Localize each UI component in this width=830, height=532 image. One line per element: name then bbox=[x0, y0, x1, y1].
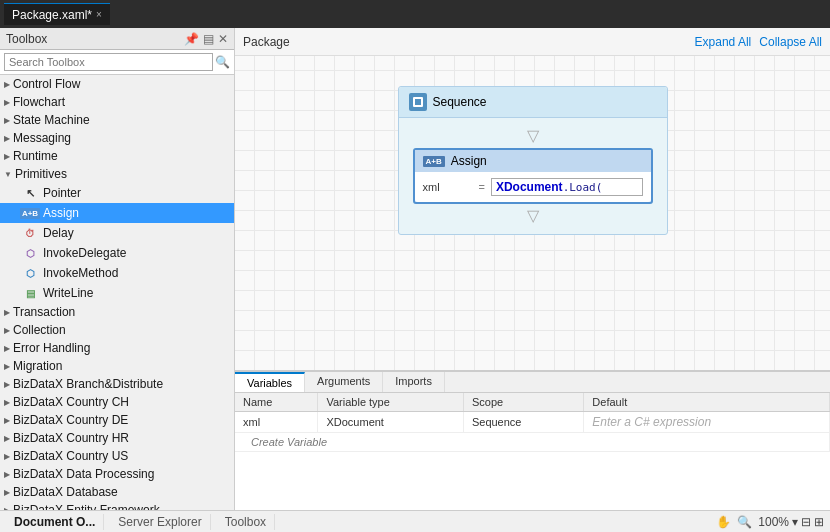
section-primitives-header[interactable]: ▼ Primitives bbox=[0, 165, 234, 183]
canvas-actions: Expand All Collapse All bbox=[695, 35, 822, 49]
item-invoke-delegate-label: InvokeDelegate bbox=[43, 246, 126, 260]
search-bottom-icon[interactable]: 🔍 bbox=[737, 515, 752, 529]
search-input[interactable] bbox=[4, 53, 213, 71]
pointer-icon: ↖ bbox=[22, 185, 38, 201]
tab-imports[interactable]: Imports bbox=[383, 372, 445, 392]
tab-close-icon[interactable]: × bbox=[96, 9, 102, 20]
col-default: Default bbox=[584, 393, 830, 412]
section-transaction: ▶ Transaction bbox=[0, 303, 234, 321]
section-bizdatax-ef: ▶ BizDataX Entity Framework bbox=[0, 501, 234, 510]
zoom-in-icon[interactable]: ⊞ bbox=[814, 515, 824, 529]
sequence-header: Sequence bbox=[399, 87, 667, 118]
chevron-right-icon: ▶ bbox=[4, 488, 10, 497]
toolbox-item-invoke-method[interactable]: ⬡ InvokeMethod bbox=[0, 263, 234, 283]
clock-icon: ⏱ bbox=[22, 225, 38, 241]
toolbox-item-assign[interactable]: A+B Assign bbox=[0, 203, 234, 223]
toolbox-item-delay[interactable]: ⏱ Delay bbox=[0, 223, 234, 243]
table-row: xml XDocument Sequence Enter a C# expres… bbox=[235, 412, 830, 433]
section-transaction-header[interactable]: ▶ Transaction bbox=[0, 303, 234, 321]
section-messaging-label: Messaging bbox=[13, 131, 71, 145]
section-state-machine-header[interactable]: ▶ State Machine bbox=[0, 111, 234, 129]
toolbox-icons: 📌 ▤ ✕ bbox=[184, 32, 228, 46]
section-runtime: ▶ Runtime bbox=[0, 147, 234, 165]
variables-data-table: Name Variable type Scope Default xml XDo… bbox=[235, 393, 830, 452]
section-error-handling-header[interactable]: ▶ Error Handling bbox=[0, 339, 234, 357]
section-bizdatax-db-header[interactable]: ▶ BizDataX Database bbox=[0, 483, 234, 501]
canvas-content[interactable]: Sequence ▽ A+B Assign xml = bbox=[235, 56, 830, 370]
bottom-tab-toolbox[interactable]: Toolbox bbox=[217, 514, 275, 530]
chevron-right-icon: ▶ bbox=[4, 470, 10, 479]
pin-icon[interactable]: 📌 bbox=[184, 32, 199, 46]
sequence-icon bbox=[409, 93, 427, 111]
bottom-tab-server[interactable]: Server Explorer bbox=[110, 514, 210, 530]
tab-arguments[interactable]: Arguments bbox=[305, 372, 383, 392]
assign-block[interactable]: A+B Assign xml = XDocument.Load( bbox=[413, 148, 653, 204]
section-migration-header[interactable]: ▶ Migration bbox=[0, 357, 234, 375]
assign-title: Assign bbox=[451, 154, 487, 168]
section-collection-label: Collection bbox=[13, 323, 66, 337]
section-bizdatax-ef-header[interactable]: ▶ BizDataX Entity Framework bbox=[0, 501, 234, 510]
toolbox-item-invoke-delegate[interactable]: ⬡ InvokeDelegate bbox=[0, 243, 234, 263]
expand-icon[interactable]: ▤ bbox=[203, 32, 214, 46]
col-name: Name bbox=[235, 393, 318, 412]
section-bizdatax-ef-label: BizDataX Entity Framework bbox=[13, 503, 160, 510]
assign-body: xml = XDocument.Load( bbox=[415, 172, 651, 202]
assign-expression[interactable]: XDocument.Load( bbox=[491, 178, 643, 196]
toolbox-item-writeline[interactable]: ▤ WriteLine bbox=[0, 283, 234, 303]
section-bizdatax-de-header[interactable]: ▶ BizDataX Country DE bbox=[0, 411, 234, 429]
section-collection: ▶ Collection bbox=[0, 321, 234, 339]
bottom-tab-document[interactable]: Document O... bbox=[6, 514, 104, 530]
package-tab[interactable]: Package.xaml* × bbox=[4, 3, 110, 25]
section-flowchart: ▶ Flowchart bbox=[0, 93, 234, 111]
create-variable-label[interactable]: Create Variable bbox=[243, 433, 335, 451]
expand-all-button[interactable]: Expand All bbox=[695, 35, 752, 49]
section-bizdatax-us-header[interactable]: ▶ BizDataX Country US bbox=[0, 447, 234, 465]
chevron-right-icon: ▶ bbox=[4, 152, 10, 161]
chevron-right-icon: ▶ bbox=[4, 416, 10, 425]
section-bizdatax-de: ▶ BizDataX Country DE bbox=[0, 411, 234, 429]
item-pointer-label: Pointer bbox=[43, 186, 81, 200]
section-bizdatax-hr: ▶ BizDataX Country HR bbox=[0, 429, 234, 447]
toolbox-item-pointer[interactable]: ↖ Pointer bbox=[0, 183, 234, 203]
section-bizdatax-data-label: BizDataX Data Processing bbox=[13, 467, 154, 481]
close-icon[interactable]: ✕ bbox=[218, 32, 228, 46]
chevron-right-icon: ▶ bbox=[4, 434, 10, 443]
var-name-cell[interactable]: xml bbox=[235, 412, 318, 433]
section-bizdatax-db-label: BizDataX Database bbox=[13, 485, 118, 499]
chevron-right-icon: ▶ bbox=[4, 362, 10, 371]
var-scope-cell[interactable]: Sequence bbox=[463, 412, 583, 433]
section-flowchart-header[interactable]: ▶ Flowchart bbox=[0, 93, 234, 111]
section-bizdatax-hr-header[interactable]: ▶ BizDataX Country HR bbox=[0, 429, 234, 447]
canvas-area: Package Expand All Collapse All Sequence bbox=[235, 28, 830, 510]
section-bizdatax-data-header[interactable]: ▶ BizDataX Data Processing bbox=[0, 465, 234, 483]
collapse-all-button[interactable]: Collapse All bbox=[759, 35, 822, 49]
assign-header: A+B Assign bbox=[415, 150, 651, 172]
sequence-block[interactable]: Sequence ▽ A+B Assign xml = bbox=[398, 86, 668, 235]
section-runtime-header[interactable]: ▶ Runtime bbox=[0, 147, 234, 165]
var-default-cell[interactable]: Enter a C# expression bbox=[584, 412, 830, 433]
var-type-cell[interactable]: XDocument bbox=[318, 412, 463, 433]
section-control-flow: ▶ Control Flow bbox=[0, 75, 234, 93]
arrow-down-icon-2: ▽ bbox=[527, 208, 539, 224]
zoom-out-icon[interactable]: ⊟ bbox=[801, 515, 811, 529]
tab-variables[interactable]: Variables bbox=[235, 372, 305, 392]
section-collection-header[interactable]: ▶ Collection bbox=[0, 321, 234, 339]
section-bizdatax-ch-header[interactable]: ▶ BizDataX Country CH bbox=[0, 393, 234, 411]
create-variable-row[interactable]: Create Variable bbox=[235, 433, 830, 452]
section-state-machine: ▶ State Machine bbox=[0, 111, 234, 129]
section-bizdatax-db: ▶ BizDataX Database bbox=[0, 483, 234, 501]
section-messaging-header[interactable]: ▶ Messaging bbox=[0, 129, 234, 147]
section-control-flow-header[interactable]: ▶ Control Flow bbox=[0, 75, 234, 93]
chevron-right-icon: ▶ bbox=[4, 398, 10, 407]
variables-tabs: Variables Arguments Imports bbox=[235, 372, 830, 393]
table-header-row: Name Variable type Scope Default bbox=[235, 393, 830, 412]
bottom-right-controls: ✋ 🔍 100% ▾ ⊟ ⊞ bbox=[716, 515, 824, 529]
hand-icon[interactable]: ✋ bbox=[716, 515, 731, 529]
zoom-dropdown-icon[interactable]: ▾ bbox=[792, 515, 798, 529]
assign-icon: A+B bbox=[22, 205, 38, 221]
item-assign-label: Assign bbox=[43, 206, 79, 220]
sequence-title: Sequence bbox=[433, 95, 487, 109]
section-bizdatax-branch-header[interactable]: ▶ BizDataX Branch&Distribute bbox=[0, 375, 234, 393]
apb-badge: A+B bbox=[20, 208, 40, 219]
section-bizdatax-us-label: BizDataX Country US bbox=[13, 449, 128, 463]
